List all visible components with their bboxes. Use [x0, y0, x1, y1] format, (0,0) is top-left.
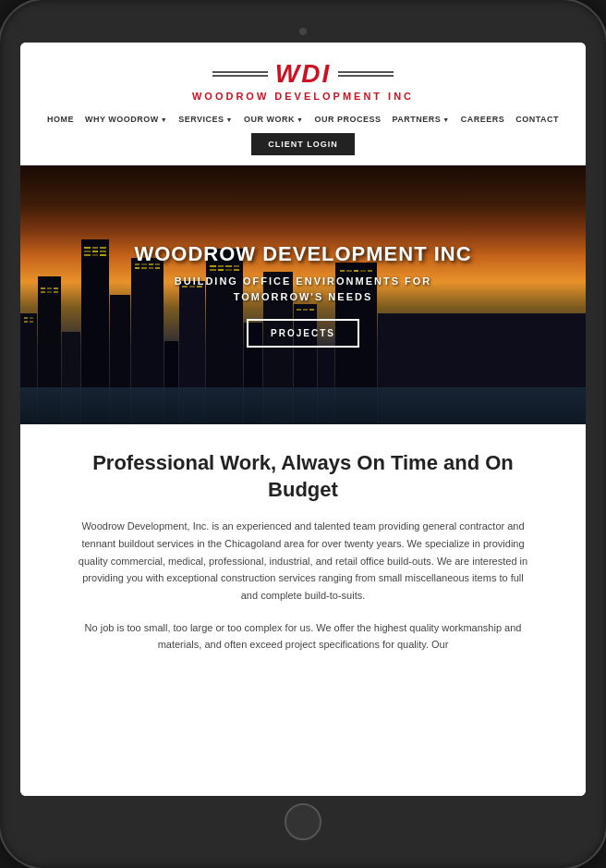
nav-our-process[interactable]: OUR PROCESS	[309, 113, 386, 126]
logo-area: WDI WOODROW DEVELOPMENT INC	[39, 52, 567, 107]
nav-our-work-arrow: ▼	[297, 116, 303, 123]
logo-lines-right	[338, 71, 394, 77]
logo-lines-left	[212, 71, 268, 77]
content-heading: Professional Work, Always On Time and On…	[76, 450, 530, 503]
logo-wdi-text: WDI	[275, 59, 331, 89]
content-paragraph-2: No job is too small, too large or too co…	[76, 619, 530, 654]
nav-partners-arrow: ▼	[442, 116, 449, 123]
logo-line-bottom-right	[338, 75, 394, 77]
nav-partners[interactable]: PARTNERS ▼	[386, 113, 454, 126]
tablet-home-button[interactable]	[285, 803, 321, 840]
projects-button[interactable]: PROJECTS	[247, 319, 359, 348]
content-paragraph-1: Woodrow Development, Inc. is an experien…	[76, 518, 530, 604]
nav-contact[interactable]: CONTACT	[510, 113, 564, 126]
nav-services-arrow: ▼	[226, 116, 233, 123]
tablet-screen: WDI WOODROW DEVELOPMENT INC HOME WHY WOO…	[20, 43, 586, 796]
logo-wdi-container: WDI	[212, 59, 394, 89]
logo-line-top-right	[338, 71, 394, 73]
site-header: WDI WOODROW DEVELOPMENT INC HOME WHY WOO…	[20, 43, 586, 165]
navigation-bar: HOME WHY WOODROW ▼ SERVICES ▼ OUR WORK ▼…	[39, 107, 567, 129]
hero-content: WOODROW DEVELOPMENT INC BUILDING OFFICE …	[20, 165, 586, 424]
logo-subtitle: WOODROW DEVELOPMENT INC	[192, 91, 414, 102]
nav-why-woodrow[interactable]: WHY WOODROW ▼	[79, 113, 173, 126]
nav-our-work[interactable]: OUR WORK ▼	[238, 113, 309, 126]
nav-home[interactable]: HOME	[42, 113, 79, 126]
nav-why-woodrow-arrow: ▼	[161, 116, 167, 123]
logo-line-bottom-left	[212, 75, 268, 77]
nav-careers[interactable]: CAREERS	[455, 113, 511, 126]
tablet-camera	[299, 28, 307, 35]
logo-line-top-left	[212, 71, 268, 73]
hero-section: WOODROW DEVELOPMENT INC BUILDING OFFICE …	[20, 165, 586, 424]
content-section: Professional Work, Always On Time and On…	[20, 424, 586, 796]
hero-subtitle: BUILDING OFFICE ENVIRONMENTS FOR TOMORRO…	[175, 274, 432, 304]
hero-title: WOODROW DEVELOPMENT INC	[134, 242, 471, 266]
nav-services[interactable]: SERVICES ▼	[173, 113, 238, 126]
client-login-button[interactable]: CLIENT LOGIN	[251, 133, 355, 155]
tablet-frame: WDI WOODROW DEVELOPMENT INC HOME WHY WOO…	[0, 0, 606, 868]
